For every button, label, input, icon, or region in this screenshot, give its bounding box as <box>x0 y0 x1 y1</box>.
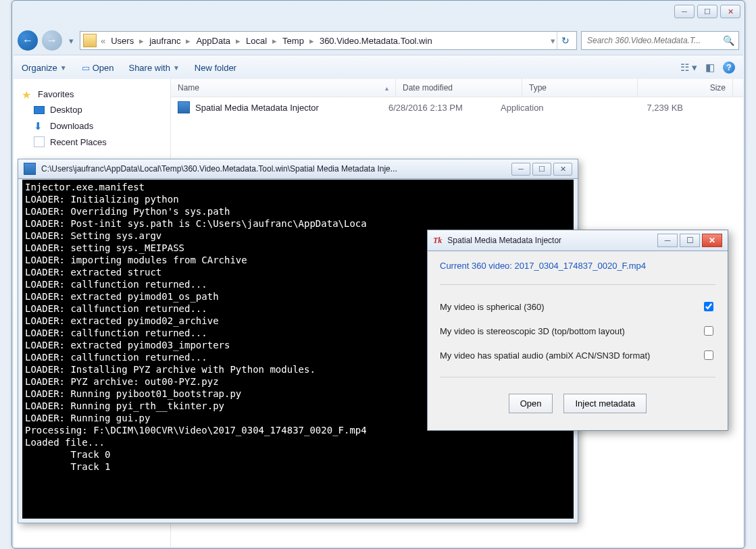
divider <box>440 377 715 377</box>
nav-back-button[interactable]: ← <box>18 30 38 51</box>
column-header-type[interactable]: Type <box>522 79 638 97</box>
organize-menu[interactable]: Organize▼ <box>22 63 67 73</box>
divider <box>440 284 715 285</box>
new-folder-button[interactable]: New folder <box>195 63 236 73</box>
nav-history-dropdown[interactable]: ▾ <box>66 36 76 46</box>
breadcrumb-item[interactable]: Local <box>242 36 271 46</box>
explorer-toolbar: Organize▼ ▭Open Share with▼ New folder ☷… <box>14 55 743 80</box>
star-icon: ★ <box>22 88 32 99</box>
close-button[interactable]: ✕ <box>553 163 572 176</box>
chevron-right-icon: ▸ <box>308 36 316 46</box>
file-date-cell: 6/28/2016 2:13 PM <box>388 103 501 113</box>
option-audio-label: My video has spatial audio (ambiX ACN/SN… <box>440 350 650 361</box>
tk-icon: Tk <box>433 236 442 246</box>
breadcrumb-dropdown-icon[interactable]: ▾ <box>549 36 557 46</box>
injector-dialog: Tk Spatial Media Metadata Injector ─ ☐ ✕… <box>427 230 728 431</box>
sidebar-label: Desktop <box>50 105 82 115</box>
application-icon <box>178 101 190 113</box>
search-input[interactable] <box>586 35 723 46</box>
column-header-date[interactable]: Date modified <box>396 79 522 97</box>
preview-pane-button[interactable]: ◧ <box>705 61 715 74</box>
option-audio-checkbox[interactable] <box>704 350 713 360</box>
open-button[interactable]: ▭Open <box>82 63 114 73</box>
maximize-button[interactable]: ☐ <box>697 5 717 18</box>
folder-icon <box>83 34 97 47</box>
injector-actions: Open Inject metadata <box>440 394 715 413</box>
nav-row: ← → ▾ « Users▸ jaufranc▸ AppData▸ Local▸… <box>18 29 739 52</box>
close-button[interactable]: ✕ <box>702 234 722 247</box>
minimize-button[interactable]: ─ <box>511 163 530 176</box>
toolbar-right: ☷ ▾ ◧ ? <box>680 61 735 74</box>
console-titlebar[interactable]: C:\Users\jaufranc\AppData\Local\Temp\360… <box>18 159 578 179</box>
downloads-icon: ⬇ <box>34 120 45 131</box>
inject-metadata-button[interactable]: Inject metadata <box>563 394 647 413</box>
file-name-cell: Spatial Media Metadata Injector <box>178 101 388 113</box>
help-button[interactable]: ? <box>723 61 735 74</box>
breadcrumb-item[interactable]: jaufranc <box>145 36 184 46</box>
console-title-text: C:\Users\jaufranc\AppData\Local\Temp\360… <box>41 164 506 174</box>
sidebar-label: Favorites <box>38 89 74 99</box>
chevron-down-icon: ▼ <box>60 64 67 72</box>
file-row[interactable]: Spatial Media Metadata Injector 6/28/201… <box>171 97 743 117</box>
sort-ascending-icon: ▴ <box>385 84 388 92</box>
desktop-icon <box>34 106 45 114</box>
injector-title-text: Spatial Media Metadata Injector <box>447 236 652 245</box>
search-icon[interactable]: 🔍 <box>723 35 734 46</box>
breadcrumb-item[interactable]: Users <box>107 36 138 46</box>
option-stereo-row: My video is stereoscopic 3D (top/bottom … <box>440 319 715 343</box>
sidebar-recent-places[interactable]: Recent Places <box>14 134 170 150</box>
search-box[interactable]: 🔍 <box>581 31 739 50</box>
chevron-right-icon: ▸ <box>271 36 278 46</box>
maximize-button[interactable]: ☐ <box>532 163 551 176</box>
file-type-cell: Application <box>501 103 602 113</box>
application-icon <box>24 163 36 175</box>
column-header-size[interactable]: Size <box>638 79 733 97</box>
breadcrumb-prefix: « <box>99 36 107 46</box>
view-options-button[interactable]: ☷ ▾ <box>680 61 697 74</box>
breadcrumb-item[interactable]: Temp <box>278 36 308 46</box>
breadcrumb-item[interactable]: AppData <box>192 36 234 46</box>
option-spherical-label: My video is spherical (360) <box>440 302 545 312</box>
sidebar-desktop[interactable]: Desktop <box>14 102 170 117</box>
open-button[interactable]: Open <box>509 394 553 413</box>
option-spherical-checkbox[interactable] <box>704 302 713 311</box>
maximize-button[interactable]: ☐ <box>680 234 700 247</box>
chevron-right-icon: ▸ <box>234 36 242 46</box>
chevron-right-icon: ▸ <box>184 36 192 46</box>
chevron-right-icon: ▸ <box>138 36 145 46</box>
breadcrumb-item[interactable]: 360.Video.Metadata.Tool.win <box>316 36 436 46</box>
refresh-button[interactable]: ↻ <box>557 32 574 49</box>
recent-places-icon <box>34 136 45 147</box>
breadcrumb[interactable]: « Users▸ jaufranc▸ AppData▸ Local▸ Temp▸… <box>80 31 577 50</box>
sidebar-label: Recent Places <box>50 137 107 147</box>
file-size-cell: 7,239 KB <box>602 103 683 113</box>
sidebar-label: Downloads <box>50 121 93 131</box>
file-list-header: Name ▴ Date modified Type Size <box>171 79 743 97</box>
share-menu[interactable]: Share with▼ <box>128 63 179 73</box>
minimize-button[interactable]: ─ <box>674 5 695 18</box>
option-spherical-row: My video is spherical (360) <box>440 294 715 319</box>
nav-forward-button[interactable]: → <box>42 30 62 51</box>
close-button[interactable]: ✕ <box>720 5 740 18</box>
chevron-down-icon: ▼ <box>173 64 180 72</box>
injector-titlebar[interactable]: Tk Spatial Media Metadata Injector ─ ☐ ✕ <box>428 230 728 251</box>
sidebar-favorites[interactable]: ★ Favorites <box>14 86 170 102</box>
option-stereo-label: My video is stereoscopic 3D (top/bottom … <box>440 326 625 336</box>
minimize-button[interactable]: ─ <box>657 234 678 247</box>
current-video-label: Current 360 video: 2017_0304_174837_0020… <box>440 261 715 271</box>
option-audio-row: My video has spatial audio (ambiX ACN/SN… <box>440 343 715 367</box>
injector-body: Current 360 video: 2017_0304_174837_0020… <box>428 251 728 423</box>
column-header-name[interactable]: Name ▴ <box>171 79 396 97</box>
sidebar-downloads[interactable]: ⬇ Downloads <box>14 117 170 134</box>
explorer-window-controls: ─ ☐ ✕ <box>674 5 740 18</box>
option-stereo-checkbox[interactable] <box>704 326 713 336</box>
